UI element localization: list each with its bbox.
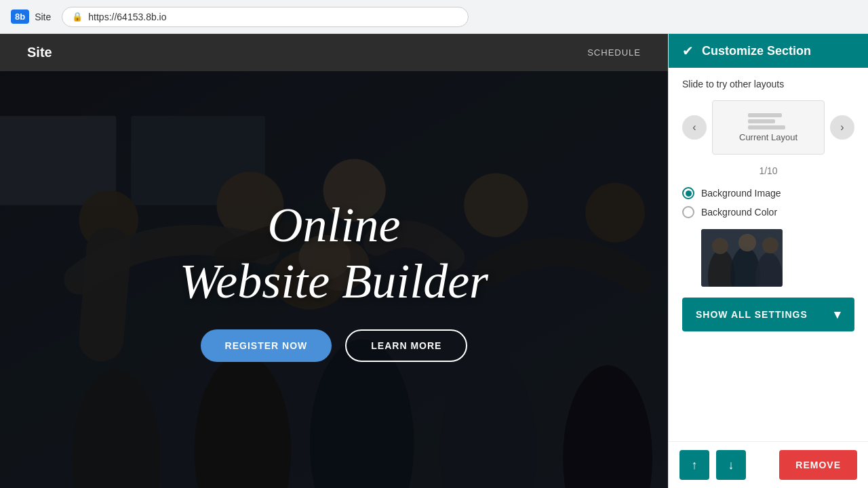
layout-line-1: [748, 113, 782, 117]
customize-panel: ✔ Customize Section Slide to try other l…: [668, 34, 868, 488]
panel-header: ✔ Customize Section: [669, 34, 868, 68]
register-button[interactable]: REGISTER NOW: [201, 329, 332, 362]
panel-title: Customize Section: [702, 44, 811, 58]
layout-label: Current Layout: [739, 132, 797, 142]
site-nav-links: SCHEDULE: [587, 47, 641, 58]
layout-lines: [748, 113, 789, 129]
site-nav-logo: Site: [27, 45, 52, 60]
lock-icon: 🔒: [72, 12, 83, 22]
hero-content: Online Website Builder REGISTER NOW LEAR…: [0, 71, 668, 488]
panel-footer: ↑ ↓ REMOVE: [669, 441, 868, 488]
address-bar[interactable]: 🔒 https://64153.8b.io: [62, 7, 469, 27]
show-all-label: SHOW ALL SETTINGS: [696, 309, 808, 320]
hero-section: Online Website Builder REGISTER NOW LEAR…: [0, 71, 668, 488]
thumb-svg: [701, 229, 783, 287]
carousel-prev[interactable]: ‹: [682, 115, 707, 140]
layout-preview: Current Layout: [712, 100, 825, 155]
remove-button[interactable]: REMOVE: [779, 450, 857, 480]
show-all-settings-button[interactable]: SHOW ALL SETTINGS ▾: [682, 298, 854, 331]
url-text: https://64153.8b.io: [88, 12, 166, 22]
hero-buttons: REGISTER NOW LEARN MORE: [201, 329, 468, 362]
radio-bg-image[interactable]: Background Image: [682, 187, 854, 199]
bg-color-label: Background Color: [701, 207, 777, 218]
layout-line-2: [748, 119, 775, 123]
radio-dot-image: [686, 190, 692, 197]
main-area: Site SCHEDULE: [0, 34, 868, 488]
slide-label: Slide to try other layouts: [682, 79, 854, 89]
browser-logo: 8b Site: [11, 9, 51, 24]
carousel-next[interactable]: ›: [830, 115, 854, 140]
radio-bg-color[interactable]: Background Color: [682, 206, 854, 218]
layout-line-3: [748, 125, 785, 129]
check-icon: ✔: [682, 43, 694, 59]
site-preview: Site SCHEDULE: [0, 34, 668, 488]
site-nav-schedule[interactable]: SCHEDULE: [587, 47, 641, 58]
chevron-down-icon: ▾: [834, 307, 841, 322]
layout-carousel: ‹ Current Layout ›: [682, 100, 854, 155]
move-down-button[interactable]: ↓: [716, 450, 746, 480]
tab-label: Site: [35, 12, 51, 22]
bg-image-thumb: [701, 229, 783, 287]
bg-image-preview[interactable]: [701, 229, 783, 287]
logo-8b: 8b: [11, 9, 29, 24]
radio-circle-color: [682, 206, 694, 218]
radio-circle-image: [682, 187, 694, 199]
svg-rect-27: [701, 229, 783, 287]
move-up-button[interactable]: ↑: [679, 450, 709, 480]
radio-group: Background Image Background Color: [682, 187, 854, 218]
learn-more-button[interactable]: LEARN MORE: [345, 329, 467, 362]
pagination: 1/10: [682, 165, 854, 176]
hero-title: Online Website Builder: [180, 197, 488, 310]
bg-image-label: Background Image: [701, 188, 781, 199]
panel-body: Slide to try other layouts ‹ Current Lay…: [669, 68, 868, 441]
browser-bar: 8b Site 🔒 https://64153.8b.io: [0, 0, 868, 34]
site-nav: Site SCHEDULE: [0, 34, 668, 71]
